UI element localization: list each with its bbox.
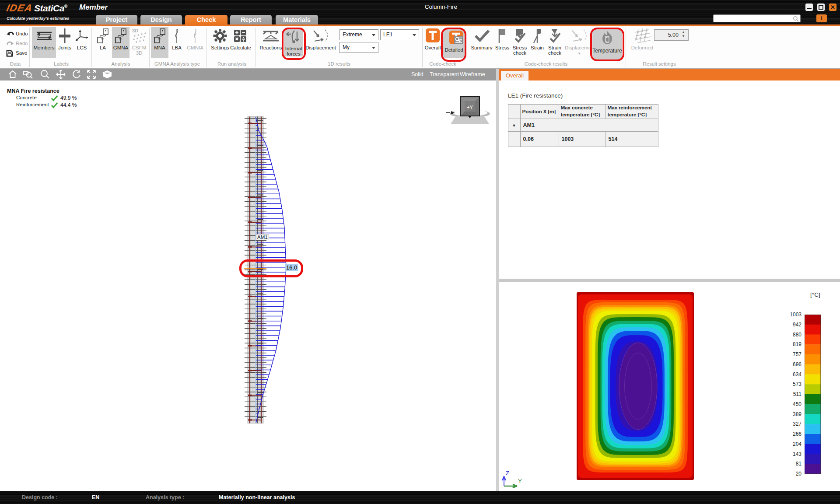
- svg-text:Y: Y: [518, 478, 522, 484]
- svg-text:Z: Z: [506, 470, 509, 476]
- svg-text:3D: 3D: [132, 28, 138, 33]
- svg-text:+Y: +Y: [467, 105, 473, 110]
